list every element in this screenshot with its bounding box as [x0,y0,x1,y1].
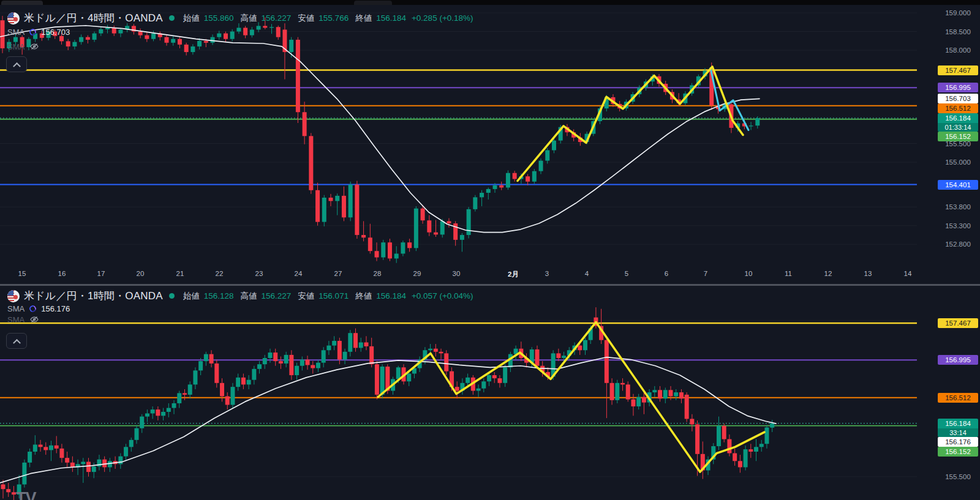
chart-canvas-1h[interactable] [0,286,980,500]
usdjpy-flag-icon [7,12,20,24]
usdjpy-flag-icon [7,290,20,302]
low-value: 155.766 [318,13,349,23]
axis-time-label: 7 [704,270,707,277]
chart-pane-1h: 157.500155.500157.467156.995156.512156.1… [0,286,980,500]
sma-hidden-label: SMA [7,315,24,324]
symbol-header-1h: 米ドル／円・1時間・OANDA 始値 156.128 高値 156.227 安値… [7,289,473,303]
horizontal-price-lines [0,70,917,185]
close-label: 終値 [355,13,372,24]
axis-time-label: 10 [745,270,753,277]
high-value: 156.227 [262,13,292,23]
low-value: 156.071 [318,291,349,300]
axis-time-label: 5 [625,270,628,277]
symbol-title[interactable]: 米ドル／円・1時間・OANDA [24,289,163,303]
axis-time-label: 29 [413,270,421,277]
horizontal-price-lines [0,323,917,426]
grid-layer [0,321,917,477]
browser-tab[interactable] [354,1,392,5]
browser-tab[interactable] [1,1,43,5]
browser-top-strip [0,0,980,5]
high-label: 高値 [241,13,257,24]
sma-legend-row[interactable]: SMA 156.703 [7,28,70,37]
axis-time-label: 22 [216,270,224,277]
close-value: 156.184 [376,291,406,300]
axis-time-label: 3 [545,270,549,277]
eye-off-icon[interactable] [29,315,39,324]
sma-hidden-legend-row[interactable]: SMA [7,42,39,51]
low-label: 安値 [298,291,314,302]
axis-time-label: 14 [904,270,912,277]
open-value: 156.128 [204,291,234,300]
zigzag-drawing [518,67,743,181]
sma-value: 156.176 [41,304,70,313]
change-value: +0.285 (+0.18%) [412,13,473,23]
sma-label: SMA [7,304,24,313]
axis-time-label: 12 [824,270,832,277]
axis-time-label: 16 [58,270,66,277]
axis-time-label: 24 [295,270,303,277]
open-label: 始値 [183,291,200,302]
axis-time-label: 30 [453,270,461,277]
axis-time-label: 17 [97,270,105,277]
axis-time-label: 15 [18,270,26,277]
sma-hidden-legend-row[interactable]: SMA [7,315,39,324]
symbol-header-4h: 米ドル／円・4時間・OANDA 始値 155.860 高値 156.227 安値… [7,11,473,25]
axis-time-label: 13 [864,270,872,277]
chart-canvas-4h[interactable] [0,5,980,284]
low-label: 安値 [298,13,314,24]
sma-value: 156.703 [41,28,70,37]
axis-time-label: 11 [785,270,792,277]
tradingview-watermark-logo[interactable]: TV [16,489,36,500]
axis-time-label: 27 [334,270,342,277]
axis-time-label: 21 [176,270,184,277]
sma-label: SMA [7,28,24,37]
tradingview-multi-chart: 159.000158.500158.000155.500155.000153.8… [0,0,980,500]
indicator-loading-icon [28,304,37,313]
axis-time-label: 2月 [508,270,519,279]
candles-layer [1,307,775,500]
sma-legend-row[interactable]: SMA 156.176 [7,304,70,313]
chart-pane-4h: 159.000158.500158.000155.500155.000153.8… [0,5,980,284]
axis-time-label: 4 [585,270,589,277]
change-value: +0.057 (+0.04%) [412,291,473,300]
collapse-pane-button[interactable] [6,56,27,72]
open-label: 始値 [183,13,200,24]
sma-hidden-label: SMA [7,42,24,51]
market-status-icon [169,293,175,299]
axis-time-label: 28 [374,270,382,277]
open-value: 155.860 [204,13,234,23]
market-status-icon [169,15,175,21]
close-value: 156.184 [376,13,406,23]
collapse-pane-button[interactable] [6,333,27,349]
time-axis-4h[interactable]: 1516172021222324272829302月34567101112131… [0,270,980,280]
close-label: 終値 [355,291,372,302]
symbol-title[interactable]: 米ドル／円・4時間・OANDA [24,11,163,25]
high-value: 156.227 [262,291,292,300]
eye-off-icon[interactable] [29,42,39,51]
axis-time-label: 23 [255,270,263,277]
axis-time-label: 6 [665,270,668,277]
grid-layer [0,13,917,244]
axis-time-label: 20 [137,270,145,277]
indicator-loading-icon [28,28,37,37]
sma-line [0,26,760,233]
high-label: 高値 [241,291,257,302]
